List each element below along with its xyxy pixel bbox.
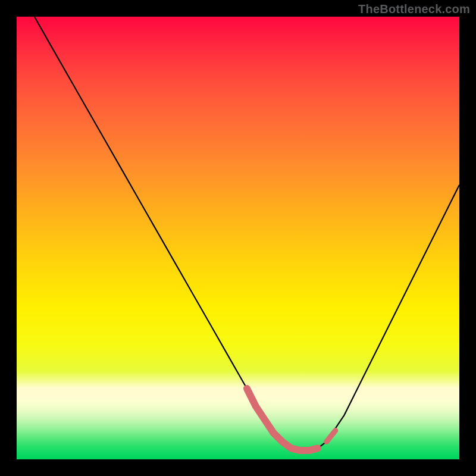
accent-valley-right <box>327 431 336 442</box>
plot-area <box>17 17 459 459</box>
attribution-text: TheBottleneck.com <box>358 2 470 16</box>
curve-layer <box>17 17 459 459</box>
chart-frame: TheBottleneck.com <box>0 0 476 476</box>
accent-valley-left <box>247 389 274 433</box>
valley-accent <box>247 389 336 450</box>
accent-valley-floor <box>274 433 318 450</box>
